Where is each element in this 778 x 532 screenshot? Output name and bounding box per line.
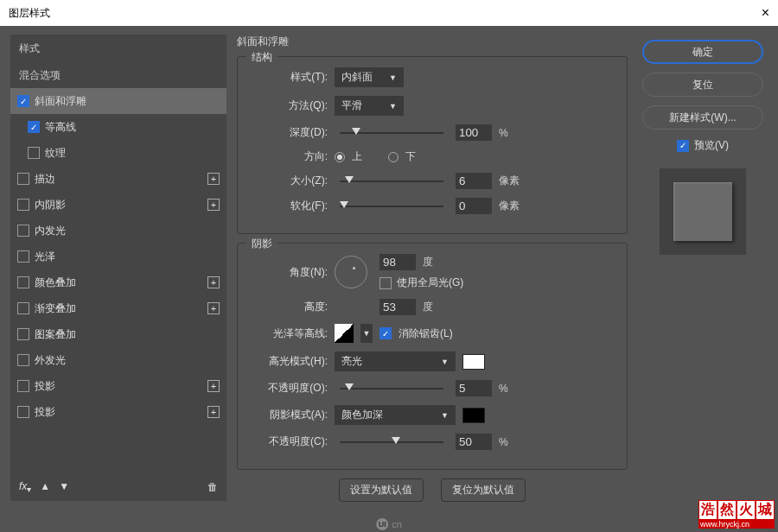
effect-checkbox[interactable]: [17, 380, 29, 392]
add-effect-icon[interactable]: +: [207, 302, 220, 314]
effect-checkbox[interactable]: [17, 354, 29, 366]
direction-down-label: 下: [405, 149, 416, 164]
ok-button[interactable]: 确定: [642, 40, 763, 64]
effect-row-12[interactable]: 投影+: [10, 399, 226, 425]
close-icon[interactable]: ×: [762, 5, 769, 21]
direction-down-radio[interactable]: [388, 152, 399, 162]
effect-label: 内阴影: [35, 198, 66, 212]
effect-label: 纹理: [45, 146, 66, 161]
make-default-button[interactable]: 设置为默认值: [339, 478, 424, 502]
arrow-down-icon[interactable]: ▼: [59, 480, 69, 494]
effect-row-3[interactable]: 描边+: [10, 166, 226, 192]
effect-row-11[interactable]: 投影+: [10, 373, 226, 399]
window-title: 图层样式: [9, 6, 50, 21]
panel-title: 斜面和浮雕: [237, 35, 628, 49]
antialias-label: 消除锯齿(L): [399, 326, 453, 341]
shadow-opacity-unit: %: [499, 436, 508, 448]
effect-label: 内发光: [35, 224, 66, 238]
size-slider[interactable]: [340, 180, 443, 182]
soften-input[interactable]: [456, 198, 492, 214]
effect-row-8[interactable]: 渐变叠加+: [10, 295, 226, 321]
effect-checkbox[interactable]: [17, 173, 29, 185]
effect-checkbox[interactable]: ✓: [28, 121, 40, 133]
effect-checkbox[interactable]: [17, 302, 29, 314]
effect-checkbox[interactable]: ✓: [17, 95, 29, 107]
contour-label: 光泽等高线:: [250, 326, 328, 341]
global-light-checkbox[interactable]: [379, 277, 392, 289]
effect-row-5[interactable]: 内发光: [10, 218, 226, 244]
highlight-mode-select[interactable]: 亮光▼: [335, 352, 456, 371]
blend-options[interactable]: 混合选项: [10, 63, 226, 88]
effect-label: 颜色叠加: [35, 276, 76, 290]
reset-default-button[interactable]: 复位为默认值: [441, 478, 526, 502]
effect-checkbox[interactable]: [17, 199, 29, 211]
effect-row-4[interactable]: 内阴影+: [10, 192, 226, 218]
preview-box: [660, 168, 746, 255]
effect-checkbox[interactable]: [17, 276, 29, 288]
angle-unit: 度: [423, 255, 433, 269]
effect-row-0[interactable]: ✓斜面和浮雕: [10, 88, 226, 114]
altitude-unit: 度: [423, 300, 433, 314]
highlight-opacity-slider[interactable]: [340, 388, 443, 390]
effect-row-10[interactable]: 外发光: [10, 347, 226, 373]
soften-slider[interactable]: [340, 206, 443, 207]
shadow-group: 阴影 角度(N): 度 使用全局光(G) 高度:: [237, 243, 628, 470]
add-effect-icon[interactable]: +: [207, 380, 220, 392]
cancel-button[interactable]: 复位: [642, 73, 763, 97]
effect-row-6[interactable]: 光泽: [10, 244, 226, 269]
action-panel: 确定 复位 新建样式(W)... ✓ 预览(V): [638, 35, 768, 501]
size-input[interactable]: [456, 173, 492, 189]
add-effect-icon[interactable]: +: [207, 199, 220, 211]
effect-checkbox[interactable]: [17, 328, 29, 340]
effect-row-9[interactable]: 图案叠加: [10, 321, 226, 347]
effect-row-1[interactable]: ✓等高线: [10, 114, 226, 140]
shadow-opacity-input[interactable]: [456, 434, 492, 450]
add-effect-icon[interactable]: +: [207, 276, 220, 288]
altitude-input[interactable]: [379, 299, 416, 315]
effect-label: 描边: [35, 172, 55, 187]
angle-input[interactable]: [379, 254, 416, 270]
highlight-opacity-input[interactable]: [456, 380, 492, 396]
contour-picker[interactable]: [335, 324, 354, 343]
effect-checkbox[interactable]: [17, 406, 29, 418]
add-effect-icon[interactable]: +: [207, 406, 220, 418]
shadow-opacity-slider[interactable]: [340, 441, 443, 443]
highlight-color-swatch[interactable]: [462, 354, 485, 370]
effect-checkbox[interactable]: [17, 225, 29, 237]
effects-sidebar: 样式 混合选项 ✓斜面和浮雕✓等高线纹理描边+内阴影+内发光光泽颜色叠加+渐变叠…: [10, 35, 226, 501]
trash-icon[interactable]: 🗑: [207, 481, 218, 493]
size-unit: 像素: [499, 174, 520, 188]
uicn-watermark: UI cn: [376, 518, 402, 530]
method-select[interactable]: 平滑▼: [335, 96, 404, 116]
effect-row-7[interactable]: 颜色叠加+: [10, 269, 226, 295]
preview-checkbox[interactable]: ✓: [677, 140, 689, 152]
style-select[interactable]: 内斜面▼: [335, 67, 404, 87]
direction-up-label: 上: [352, 149, 362, 164]
depth-input[interactable]: [456, 124, 492, 141]
fx-menu-icon[interactable]: fx▾: [19, 480, 31, 494]
structure-legend: 结构: [246, 50, 277, 65]
angle-dial[interactable]: [335, 256, 367, 288]
preview-label: 预览(V): [694, 138, 729, 153]
depth-label: 深度(D):: [250, 125, 328, 140]
add-effect-icon[interactable]: +: [207, 173, 220, 185]
global-light-label: 使用全局光(G): [397, 276, 463, 290]
contour-dropdown[interactable]: ▼: [360, 324, 373, 343]
altitude-label: 高度:: [250, 300, 328, 314]
highlight-opacity-unit: %: [499, 383, 508, 395]
new-style-button[interactable]: 新建样式(W)...: [642, 105, 763, 130]
shadow-color-swatch[interactable]: [462, 408, 485, 423]
effect-row-2[interactable]: 纹理: [10, 140, 226, 166]
shadow-mode-select[interactable]: 颜色加深▼: [335, 405, 456, 425]
arrow-up-icon[interactable]: ▲: [40, 480, 50, 494]
effect-checkbox[interactable]: [28, 147, 40, 159]
soften-label: 软化(F):: [250, 199, 328, 213]
effect-checkbox[interactable]: [17, 250, 29, 263]
direction-label: 方向:: [250, 149, 328, 164]
method-label: 方法(Q):: [250, 98, 328, 113]
effect-label: 投影: [35, 405, 55, 420]
depth-slider[interactable]: [340, 132, 443, 134]
styles-header[interactable]: 样式: [10, 35, 226, 63]
antialias-checkbox[interactable]: ✓: [379, 327, 392, 339]
direction-up-radio[interactable]: [335, 152, 345, 162]
